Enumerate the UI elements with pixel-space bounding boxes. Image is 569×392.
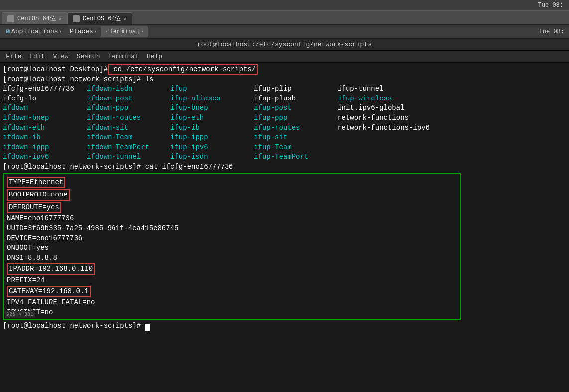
config-line-6: DEVICE=eno16777736 bbox=[7, 234, 457, 244]
tab-1[interactable]: CentOS 64位 ✕ bbox=[2, 12, 67, 24]
ls-line-2: ifcfg-lo ifdown-post ifup-aliases ifup-p… bbox=[3, 94, 566, 104]
config-line-12: IPV4_FAILURE_FATAL=no bbox=[7, 298, 457, 308]
applications-menu[interactable]: 🖥 Applications ▾ bbox=[1, 26, 66, 37]
terminal-arrow: ▾ bbox=[141, 29, 143, 34]
menu-help[interactable]: Help bbox=[143, 52, 166, 61]
bootproto-line: BOOTPROTO=none bbox=[7, 189, 70, 201]
menu-file[interactable]: File bbox=[2, 52, 25, 61]
tab-1-label: CentOS 64位 bbox=[17, 14, 56, 23]
ls-line-7: ifdown-ippp ifdown-TeamPort ifup-ipv6 if… bbox=[3, 143, 566, 153]
tab-1-close[interactable]: ✕ bbox=[59, 16, 62, 22]
terminal-title: root@localhost:/etc/sysconfig/network-sc… bbox=[0, 39, 569, 51]
applications-arrow: ▾ bbox=[59, 29, 62, 34]
app-menubar: 🖥 Applications ▾ Places ▾ ▪ Terminal ▾ T… bbox=[0, 25, 569, 39]
places-arrow: ▾ bbox=[94, 29, 97, 34]
ls-line-8: ifdown-ipv6 ifdown-tunnel ifup-isdn ifup… bbox=[3, 152, 566, 162]
ls-line-3: ifdown ifdown-ppp ifup-bnep ifup-post in… bbox=[3, 103, 566, 113]
ls-line-6: ifdown-ib ifdown-Team ifup-ippp ifup-sit bbox=[3, 133, 566, 143]
cmd1-highlight: cd /etc/sysconfig/network-scripts/ bbox=[108, 64, 258, 75]
places-menu[interactable]: Places ▾ bbox=[66, 26, 101, 37]
clock: Tue 08: bbox=[539, 28, 568, 35]
places-label: Places bbox=[70, 28, 93, 35]
config-line-13: IPV6INIT=no bbox=[7, 308, 457, 318]
config-line-2: BOOTPROTO=none bbox=[7, 189, 457, 201]
terminal-menu-btn[interactable]: ▪ Terminal ▾ bbox=[101, 26, 147, 37]
config-line-3: DEFROUTE=yes bbox=[7, 201, 457, 214]
line-prompt1: [root@localhost Desktop]# cd /etc/syscon… bbox=[3, 65, 566, 75]
menu-edit[interactable]: Edit bbox=[25, 52, 49, 61]
tab-2-close[interactable]: ✕ bbox=[124, 16, 127, 22]
taskbar-clock: Tue 08: bbox=[538, 2, 567, 9]
config-line-4: NAME=eno16777736 bbox=[7, 214, 457, 224]
defroute-line: DEFROUTE=yes bbox=[7, 202, 61, 214]
ipaddr-line: IPADDR=192.168.0.110 bbox=[7, 263, 95, 275]
terminal-window: root@localhost:/etc/sysconfig/network-sc… bbox=[0, 39, 569, 392]
tab-icon-1 bbox=[7, 15, 14, 22]
ls-line-4: ifdown-bnep ifdown-routes ifup-eth ifup-… bbox=[3, 113, 566, 123]
menu-terminal[interactable]: Terminal bbox=[104, 52, 142, 61]
config-box: TYPE=Ethernet BOOTPROTO=none DEFROUTE=ye… bbox=[3, 173, 461, 321]
config-line-7: ONBOOT=yes bbox=[7, 243, 457, 253]
tab-bar: CentOS 64位 ✕ CentOS 64位 ✕ bbox=[0, 11, 569, 25]
terminal-label: Terminal bbox=[109, 28, 140, 35]
line-prompt3: [root@localhost network-scripts]# cat if… bbox=[3, 162, 566, 172]
cursor bbox=[145, 324, 150, 331]
ls-line-5: ifdown-eth ifdown-sit ifup-ib ifup-route… bbox=[3, 123, 566, 133]
menu-view[interactable]: View bbox=[49, 52, 72, 61]
line-prompt4: [root@localhost network-scripts]# bbox=[3, 321, 566, 331]
config-line-9: IPADDR=192.168.0.110 bbox=[7, 263, 457, 276]
terminal-menu-bar: File Edit View Search Terminal Help bbox=[0, 51, 569, 63]
applications-label: Applications bbox=[11, 28, 58, 35]
config-line-8: DNS1=8.8.8.8 bbox=[7, 253, 457, 263]
menu-search[interactable]: Search bbox=[73, 52, 104, 61]
terminal-content[interactable]: [root@localhost Desktop]# cd /etc/syscon… bbox=[0, 63, 569, 392]
resize-indicator: 926 × 381 bbox=[5, 311, 35, 318]
tab-icon-2 bbox=[73, 15, 80, 22]
config-line-1: TYPE=Ethernet bbox=[7, 176, 457, 189]
ls-line-1: ifcfg-eno16777736 ifdown-isdn ifup ifup-… bbox=[3, 84, 566, 94]
config-line-5: UUID=3f69b335-7a25-4985-961f-4ca415e8674… bbox=[7, 224, 457, 234]
config-line-11: GATEWAY=192.168.0.1 bbox=[7, 285, 457, 298]
gateway-line: GATEWAY=192.168.0.1 bbox=[7, 286, 91, 297]
config-line-10: PREFIX=24 bbox=[7, 276, 457, 286]
taskbar: Tue 08: bbox=[0, 0, 569, 11]
tab-2[interactable]: CentOS 64位 ✕ bbox=[67, 12, 132, 24]
type-line: TYPE=Ethernet bbox=[7, 177, 65, 189]
line-prompt2: [root@localhost network-scripts]# ls bbox=[3, 75, 566, 85]
tab-2-label: CentOS 64位 bbox=[83, 14, 121, 23]
